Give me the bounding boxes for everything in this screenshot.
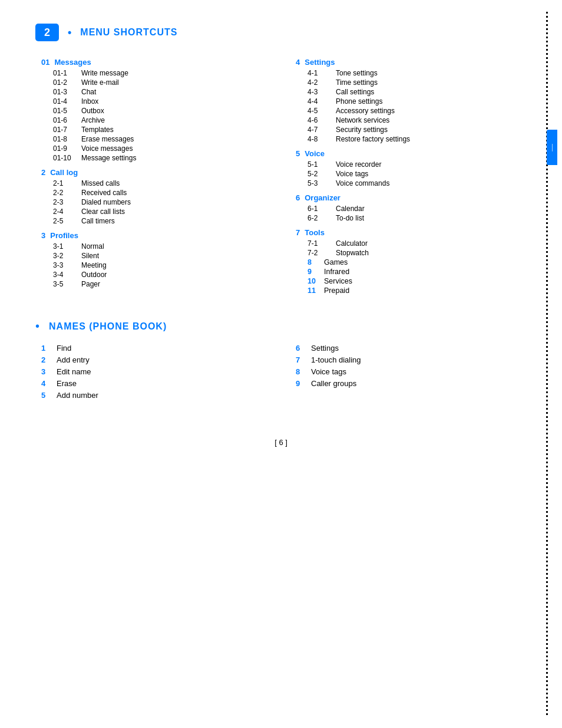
names-content: 1 Find 2 Add entry 3 Edit name 4 Erase 5 xyxy=(41,344,527,403)
simple-items: 8 Games 9 Infrared 10 Services 11 Prepai… xyxy=(296,258,527,295)
list-item: 4-1Tone settings xyxy=(296,69,527,77)
page-container: ── 2 • MENU SHORTCUTS 01 Messages 01-1Wr… xyxy=(0,0,562,728)
menu-left-column: 01 Messages 01-1Write message 01-2Write … xyxy=(41,52,272,296)
category-tools: 7 Tools 7-1Calculator 7-2Stopwatch xyxy=(296,228,527,257)
list-item: 10 Services xyxy=(296,277,527,285)
right-decoration xyxy=(543,0,550,728)
cat-num-7: 7 xyxy=(296,228,300,237)
list-item: 4-2Time settings xyxy=(296,78,527,87)
organizer-items: 6-1Calendar 6-2To-do list xyxy=(296,205,527,222)
list-item: 3 Edit name xyxy=(41,367,272,376)
list-item: 01-8Erase messages xyxy=(41,135,272,143)
list-item: 5-1Voice recorder xyxy=(296,160,527,169)
list-item: 3-4Outdoor xyxy=(41,271,272,279)
category-messages: 01 Messages 01-1Write message 01-2Write … xyxy=(41,58,272,162)
list-item: 01-9Voice messages xyxy=(41,144,272,153)
names-bullet: • xyxy=(35,319,39,333)
section-badge: 2 xyxy=(35,24,59,41)
list-item: 01-1Write message xyxy=(41,69,272,77)
cat-num-2: 2 xyxy=(41,168,45,177)
list-item: 01-6Archive xyxy=(41,116,272,124)
section2-title: MENU SHORTCUTS xyxy=(80,27,177,38)
list-item: 4-7Security settings xyxy=(296,126,527,134)
list-item: 11 Prepaid xyxy=(296,286,527,295)
cat-label-messages: Messages xyxy=(54,58,91,67)
cat-label-settings: Settings xyxy=(305,58,335,67)
messages-items: 01-1Write message 01-2Write e-mail 01-3C… xyxy=(41,69,272,162)
list-item: 7-1Calculator xyxy=(296,239,527,248)
page-number: [ 6 ] xyxy=(35,438,527,447)
cat-num-3: 3 xyxy=(41,231,45,240)
cat-label-voice: Voice xyxy=(305,149,325,158)
category-settings: 4 Settings 4-1Tone settings 4-2Time sett… xyxy=(296,58,527,143)
list-item: 2-4Clear call lists xyxy=(41,207,272,216)
settings-items: 4-1Tone settings 4-2Time settings 4-3Cal… xyxy=(296,69,527,143)
list-item: 2 Add entry xyxy=(41,355,272,364)
list-item: 3-5Pager xyxy=(41,280,272,288)
list-item: 2-3Dialed numbers xyxy=(41,198,272,206)
list-item: 4-6Network services xyxy=(296,116,527,124)
list-item: 4-5Accessory settings xyxy=(296,107,527,115)
cat-num-4: 4 xyxy=(296,58,300,67)
list-item: 01-7Templates xyxy=(41,126,272,134)
list-item: 5 Add number xyxy=(41,391,272,400)
list-item: 01-2Write e-mail xyxy=(41,78,272,87)
list-item: 4 Erase xyxy=(41,379,272,388)
tools-items: 7-1Calculator 7-2Stopwatch xyxy=(296,239,527,257)
list-item: 1 Find xyxy=(41,344,272,353)
list-item: 4-3Call settings xyxy=(296,88,527,96)
list-item: 8 Voice tags xyxy=(296,367,527,376)
list-item: 4-4Phone settings xyxy=(296,97,527,106)
list-item: 6-1Calendar xyxy=(296,205,527,213)
list-item: 3-3Meeting xyxy=(41,261,272,269)
list-item: 5-3Voice commands xyxy=(296,179,527,187)
list-item: 01-4Inbox xyxy=(41,97,272,106)
list-item: 9 Infrared xyxy=(296,268,527,276)
section2-header: 2 • MENU SHORTCUTS xyxy=(35,24,527,41)
names-header: • NAMES (PHONE BOOK) xyxy=(35,319,527,333)
list-item: 01-3Chat xyxy=(41,88,272,96)
names-left-column: 1 Find 2 Add entry 3 Edit name 4 Erase 5 xyxy=(41,344,272,403)
cat-label-tools: Tools xyxy=(305,228,325,237)
cat-num-5: 5 xyxy=(296,149,300,158)
cat-num-01: 01 xyxy=(41,58,49,67)
menu-content: 01 Messages 01-1Write message 01-2Write … xyxy=(41,52,527,296)
category-voice: 5 Voice 5-1Voice recorder 5-2Voice tags … xyxy=(296,149,527,187)
section-bullet: • xyxy=(68,27,71,39)
list-item: 7 1-touch dialing xyxy=(296,355,527,364)
cat-num-6: 6 xyxy=(296,193,300,202)
list-item: 4-8Restore factory settings xyxy=(296,135,527,143)
list-item: 6 Settings xyxy=(296,344,527,353)
list-item: 3-1Normal xyxy=(41,242,272,251)
profiles-items: 3-1Normal 3-2Silent 3-3Meeting 3-4Outdoo… xyxy=(41,242,272,288)
list-item: 9 Caller groups xyxy=(296,379,527,388)
list-item: 3-2Silent xyxy=(41,252,272,260)
tab-marker-text: ── xyxy=(549,144,555,151)
list-item: 2-2Received calls xyxy=(41,189,272,197)
list-item: 2-5Call timers xyxy=(41,217,272,225)
names-section: • NAMES (PHONE BOOK) 1 Find 2 Add entry … xyxy=(35,319,527,403)
names-title: NAMES (PHONE BOOK) xyxy=(49,321,167,332)
voice-items: 5-1Voice recorder 5-2Voice tags 5-3Voice… xyxy=(296,160,527,187)
menu-right-column: 4 Settings 4-1Tone settings 4-2Time sett… xyxy=(296,52,527,296)
list-item: 01-5Outbox xyxy=(41,107,272,115)
category-calllog: 2 Call log 2-1Missed calls 2-2Received c… xyxy=(41,168,272,225)
list-item: 2-1Missed calls xyxy=(41,179,272,187)
category-profiles: 3 Profiles 3-1Normal 3-2Silent 3-3Meetin… xyxy=(41,231,272,288)
cat-label-profiles: Profiles xyxy=(50,231,78,240)
list-item: 7-2Stopwatch xyxy=(296,249,527,257)
list-item: 6-2To-do list xyxy=(296,214,527,222)
list-item: 5-2Voice tags xyxy=(296,170,527,178)
category-organizer: 6 Organizer 6-1Calendar 6-2To-do list xyxy=(296,193,527,222)
tab-marker: ── xyxy=(547,130,557,165)
names-right-column: 6 Settings 7 1-touch dialing 8 Voice tag… xyxy=(296,344,527,403)
list-item: 8 Games xyxy=(296,258,527,266)
calllog-items: 2-1Missed calls 2-2Received calls 2-3Dia… xyxy=(41,179,272,225)
cat-label-calllog: Call log xyxy=(50,168,78,177)
cat-label-organizer: Organizer xyxy=(305,193,340,202)
list-item: 01-10Message settings xyxy=(41,154,272,162)
